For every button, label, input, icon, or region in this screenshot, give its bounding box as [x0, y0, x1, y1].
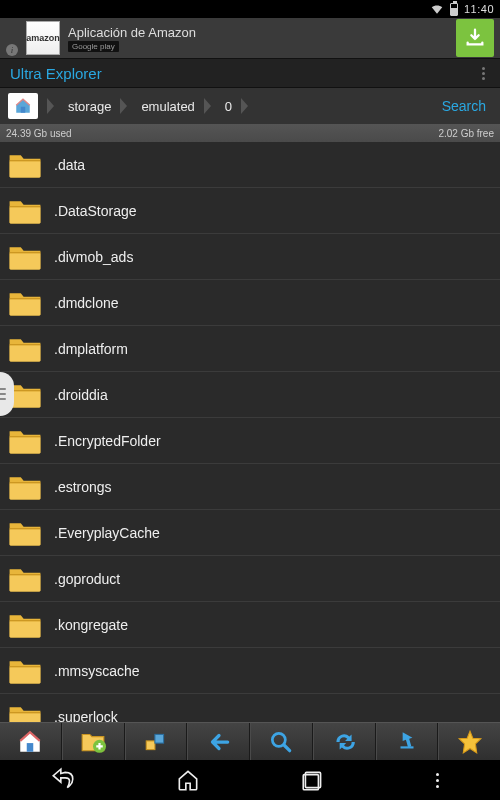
folder-icon: [8, 657, 42, 685]
folder-icon: [8, 289, 42, 317]
storage-used: 24.39 Gb used: [6, 128, 72, 139]
file-list[interactable]: .data.DataStorage.divmob_ads.dmdclone.dm…: [0, 142, 500, 722]
clock: 11:40: [464, 3, 494, 15]
list-item[interactable]: .goproduct: [0, 556, 500, 602]
ad-text: Aplicación de Amazon Google play: [68, 25, 448, 52]
list-item[interactable]: .EveryplayCache: [0, 510, 500, 556]
list-item[interactable]: .data: [0, 142, 500, 188]
app-title: Ultra Explorer: [10, 65, 476, 82]
battery-icon: [450, 3, 458, 16]
breadcrumb: storageemulated0 Search: [0, 88, 500, 124]
nav-home[interactable]: [168, 765, 208, 795]
list-item[interactable]: .kongregate: [0, 602, 500, 648]
folder-icon: [8, 151, 42, 179]
breadcrumb-segment[interactable]: 0: [213, 88, 250, 124]
ad-info-icon[interactable]: i: [6, 44, 18, 56]
search-link[interactable]: Search: [432, 98, 496, 114]
folder-name: .EncryptedFolder: [54, 433, 161, 449]
folder-icon: [8, 335, 42, 363]
breadcrumb-segment[interactable]: storage: [56, 88, 129, 124]
svg-rect-3: [146, 740, 155, 749]
folder-icon: [8, 427, 42, 455]
folder-name: .goproduct: [54, 571, 120, 587]
folder-name: .droiddia: [54, 387, 108, 403]
list-item[interactable]: .divmob_ads: [0, 234, 500, 280]
nav-recent[interactable]: [293, 765, 333, 795]
folder-name: .DataStorage: [54, 203, 137, 219]
list-item[interactable]: .superlock: [0, 694, 500, 722]
list-item[interactable]: .DataStorage: [0, 188, 500, 234]
svg-rect-1: [27, 743, 34, 752]
ad-store-badge: Google play: [68, 41, 119, 52]
tool-select[interactable]: [376, 723, 439, 760]
folder-icon: [8, 565, 42, 593]
ad-banner[interactable]: i amazon Aplicación de Amazon Google pla…: [0, 18, 500, 58]
nav-back[interactable]: [43, 765, 83, 795]
list-item[interactable]: .mmsyscache: [0, 648, 500, 694]
tool-back[interactable]: [187, 723, 250, 760]
list-item[interactable]: .EncryptedFolder: [0, 418, 500, 464]
list-item[interactable]: .dmplatform: [0, 326, 500, 372]
ad-title: Aplicación de Amazon: [68, 25, 448, 40]
folder-icon: [8, 703, 42, 723]
tool-multiselect[interactable]: [125, 723, 188, 760]
tool-new-folder[interactable]: [62, 723, 125, 760]
android-status-bar: 11:40: [0, 0, 500, 18]
svg-rect-0: [21, 107, 26, 113]
tool-favorite[interactable]: [438, 723, 500, 760]
tool-search[interactable]: [250, 723, 313, 760]
android-nav-bar: [0, 760, 500, 800]
wifi-icon: [430, 2, 444, 16]
folder-name: .estrongs: [54, 479, 112, 495]
bottom-toolbar: [0, 722, 500, 760]
folder-name: .dmplatform: [54, 341, 128, 357]
folder-icon: [8, 519, 42, 547]
home-icon: [8, 93, 38, 119]
folder-name: .EveryplayCache: [54, 525, 160, 541]
tool-home[interactable]: [0, 723, 62, 760]
storage-info: 24.39 Gb used 2.02 Gb free: [0, 124, 500, 142]
ad-brand-logo: amazon: [26, 21, 60, 55]
download-icon[interactable]: [456, 19, 494, 57]
folder-icon: [8, 611, 42, 639]
list-item[interactable]: .dmdclone: [0, 280, 500, 326]
list-item[interactable]: .droiddia: [0, 372, 500, 418]
tool-refresh[interactable]: [313, 723, 376, 760]
breadcrumb-home[interactable]: [4, 88, 56, 124]
folder-icon: [8, 473, 42, 501]
storage-free: 2.02 Gb free: [438, 128, 494, 139]
folder-name: .kongregate: [54, 617, 128, 633]
folder-name: .data: [54, 157, 85, 173]
folder-name: .dmdclone: [54, 295, 119, 311]
folder-name: .divmob_ads: [54, 249, 133, 265]
overflow-menu-icon[interactable]: [476, 67, 490, 80]
folder-name: .superlock: [54, 709, 118, 723]
list-item[interactable]: .estrongs: [0, 464, 500, 510]
app-title-bar: Ultra Explorer: [0, 58, 500, 88]
breadcrumb-segment[interactable]: emulated: [129, 88, 212, 124]
folder-icon: [8, 243, 42, 271]
folder-icon: [8, 197, 42, 225]
svg-rect-4: [155, 734, 164, 743]
folder-name: .mmsyscache: [54, 663, 140, 679]
nav-menu[interactable]: [418, 765, 458, 795]
